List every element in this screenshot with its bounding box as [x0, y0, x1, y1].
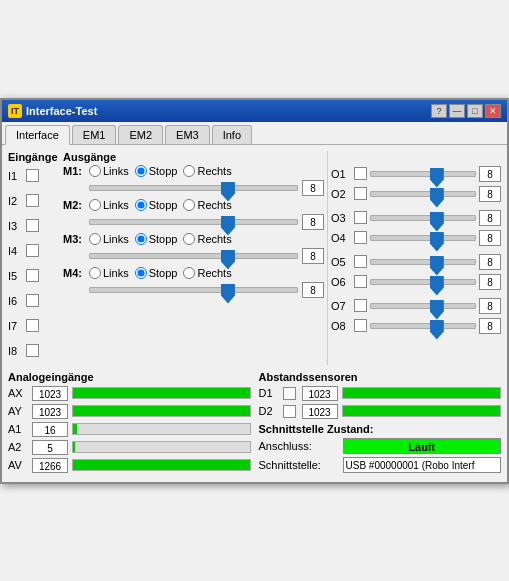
motor-m2-stopp-radio[interactable] — [135, 199, 147, 211]
output-o1-slider-container — [370, 165, 476, 183]
output-label-o5: O5 — [331, 256, 351, 268]
motor-m4-rechts-radio[interactable] — [183, 267, 195, 279]
motor-m4-links-radio[interactable] — [89, 267, 101, 279]
output-o5-slider-container — [370, 253, 476, 271]
input-row-i7: I7 — [8, 315, 63, 337]
motor-m4-stopp-radio[interactable] — [135, 267, 147, 279]
maximize-button[interactable]: □ — [467, 104, 483, 118]
motor-m3-rechts-radio[interactable] — [183, 233, 195, 245]
motor-m1-rechts-radio[interactable] — [183, 165, 195, 177]
output-checkbox-o5[interactable] — [354, 255, 367, 268]
distance-section: Abstandssensoren D1 1023 D2 — [259, 371, 502, 419]
motor-m2-links-label: Links — [103, 199, 129, 211]
motor-m3-links-radio[interactable] — [89, 233, 101, 245]
distance-checkbox-d2[interactable] — [283, 405, 296, 418]
distance-bar-d2 — [343, 406, 501, 416]
input-label-i4: I4 — [8, 245, 26, 257]
connection-row: Anschluss: Läuft — [259, 438, 502, 454]
input-checkbox-i5[interactable] — [26, 269, 39, 282]
output-checkbox-o3[interactable] — [354, 211, 367, 224]
motor-m3-value: 8 — [302, 248, 324, 264]
output-checkbox-o1[interactable] — [354, 167, 367, 180]
analog-value-ay: 1023 — [32, 404, 68, 419]
tab-info[interactable]: Info — [212, 125, 252, 144]
motor-m1-stopp-radio[interactable] — [135, 165, 147, 177]
output-o8-slider-track — [370, 323, 476, 329]
output-o8-slider-thumb[interactable] — [430, 320, 444, 340]
input-checkbox-i6[interactable] — [26, 294, 39, 307]
input-checkbox-i7[interactable] — [26, 319, 39, 332]
close-button[interactable]: ✕ — [485, 104, 501, 118]
motor-m3-slider-container — [89, 247, 298, 265]
motor-m1-rechts-label: Rechts — [197, 165, 231, 177]
window-title: Interface-Test — [26, 105, 97, 117]
input-checkbox-i4[interactable] — [26, 244, 39, 257]
output-checkbox-o6[interactable] — [354, 275, 367, 288]
input-row-i1: I1 — [8, 165, 63, 187]
analog-bar-ax — [73, 388, 250, 398]
output-o4-slider-track — [370, 235, 476, 241]
minimize-button[interactable]: — — [449, 104, 465, 118]
motor-m2-links-radio[interactable] — [89, 199, 101, 211]
output-row-o3: O3 8 — [331, 209, 501, 227]
tab-em2[interactable]: EM2 — [118, 125, 163, 144]
output-checkbox-o2[interactable] — [354, 187, 367, 200]
tab-interface[interactable]: Interface — [5, 125, 70, 145]
motor-m3-rechts-label: Rechts — [197, 233, 231, 245]
input-label-i1: I1 — [8, 170, 26, 182]
distance-label-d2: D2 — [259, 405, 279, 417]
input-checkbox-i3[interactable] — [26, 219, 39, 232]
input-checkbox-i2[interactable] — [26, 194, 39, 207]
distance-bar-container-d2 — [342, 405, 502, 417]
analog-bar-a2 — [73, 442, 75, 452]
input-label-i6: I6 — [8, 295, 26, 307]
output-o3-slider-track — [370, 215, 476, 221]
tab-em1[interactable]: EM1 — [72, 125, 117, 144]
analog-title: Analogeingänge — [8, 371, 251, 383]
output-o3-slider-container — [370, 209, 476, 227]
motors-column: Ausgänge M1: Links Stopp — [63, 151, 324, 365]
analog-label-av: AV — [8, 459, 28, 471]
input-checkbox-i1[interactable] — [26, 169, 39, 182]
motor-m2-links: Links — [89, 199, 129, 211]
output-row-o8: O8 8 — [331, 317, 501, 335]
tab-em3[interactable]: EM3 — [165, 125, 210, 144]
motor-group-m2: M2: Links Stopp — [63, 199, 324, 231]
outputs-column: O1 8 O2 — [331, 151, 501, 365]
inputs-label: Eingänge — [8, 151, 63, 163]
tab-bar: Interface EM1 EM2 EM3 Info — [2, 122, 507, 145]
output-checkbox-o4[interactable] — [354, 231, 367, 244]
motor-m2-slider-container — [89, 213, 298, 231]
motor-m2-slider-track — [89, 219, 298, 225]
output-row-o2: O2 8 — [331, 185, 501, 203]
motor-m2-stopp: Stopp — [135, 199, 178, 211]
motor-m2-radios: Links Stopp Rechts — [89, 199, 232, 211]
output-o2-slider-container — [370, 185, 476, 203]
motor-m3-stopp-radio[interactable] — [135, 233, 147, 245]
motor-m4-radios: Links Stopp Rechts — [89, 267, 232, 279]
motor-row-m2: M2: Links Stopp — [63, 199, 324, 211]
motor-label-m2: M2: — [63, 199, 85, 211]
motor-m4-slider-track — [89, 287, 298, 293]
input-label-i3: I3 — [8, 220, 26, 232]
distance-checkbox-d1[interactable] — [283, 387, 296, 400]
analog-value-a1: 16 — [32, 422, 68, 437]
input-checkbox-i8[interactable] — [26, 344, 39, 357]
analog-bar-container-av — [72, 459, 251, 471]
motor-m1-radios: Links Stopp Rechts — [89, 165, 232, 177]
output-checkbox-o8[interactable] — [354, 319, 367, 332]
output-label-o6: O6 — [331, 276, 351, 288]
output-o5-slider-track — [370, 259, 476, 265]
motor-m3-stopp-label: Stopp — [149, 233, 178, 245]
output-o4-value: 8 — [479, 230, 501, 246]
motor-m4-slider-thumb[interactable] — [221, 284, 235, 304]
help-button[interactable]: ? — [431, 104, 447, 118]
title-bar: IT Interface-Test ? — □ ✕ — [2, 100, 507, 122]
output-row-o6: O6 8 — [331, 273, 501, 291]
output-checkbox-o7[interactable] — [354, 299, 367, 312]
output-label-o1: O1 — [331, 168, 351, 180]
motor-m1-links-radio[interactable] — [89, 165, 101, 177]
motor-m2-rechts-radio[interactable] — [183, 199, 195, 211]
input-label-i7: I7 — [8, 320, 26, 332]
analog-row-ay: AY 1023 — [8, 404, 251, 419]
